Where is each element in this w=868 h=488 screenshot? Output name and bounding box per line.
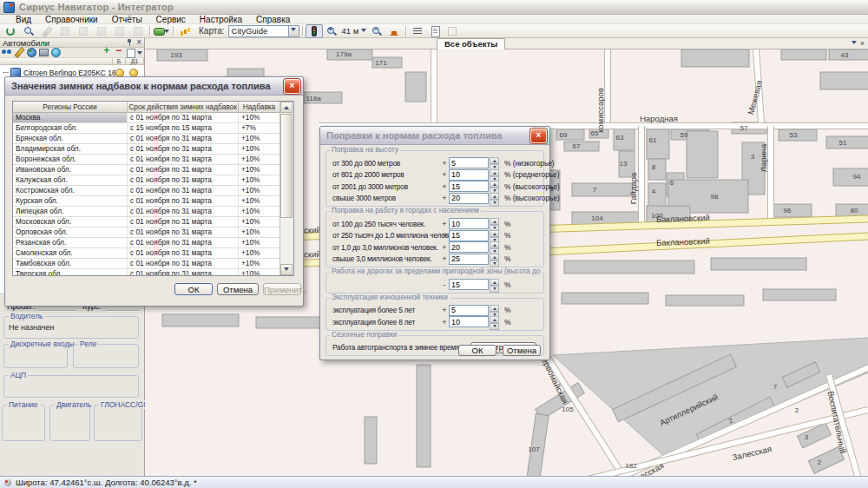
column-header-b[interactable]: Б xyxy=(113,58,126,65)
spin-down-icon[interactable] xyxy=(490,286,499,293)
scroll-up-icon[interactable] xyxy=(280,102,293,113)
table-row[interactable]: Калужская обл.с 01 ноября по 31 марта+10… xyxy=(13,175,280,186)
table-row[interactable]: Костромская обл.с 01 ноября по 31 марта+… xyxy=(13,186,280,196)
list-button[interactable] xyxy=(409,24,426,38)
combo-dropdown-button[interactable] xyxy=(288,26,299,36)
ok-button[interactable]: ОК xyxy=(174,283,213,295)
ph-button[interactable] xyxy=(129,24,147,38)
ph-button[interactable] xyxy=(93,24,110,38)
close-icon[interactable] xyxy=(284,79,300,94)
menu-item[interactable]: Справочники xyxy=(38,15,105,24)
zoom-out-button[interactable]: − xyxy=(368,24,385,38)
report-button[interactable] xyxy=(426,24,444,38)
spinner[interactable] xyxy=(490,193,499,204)
route-button[interactable] xyxy=(153,24,170,38)
map-source-combobox[interactable]: CityGuide xyxy=(228,25,299,37)
menu-item[interactable]: Вид xyxy=(9,15,38,24)
spin-up-icon[interactable] xyxy=(490,241,499,248)
column-header-name[interactable] xyxy=(0,58,113,65)
column-regions[interactable]: Регионы России xyxy=(13,102,128,113)
close-icon[interactable] xyxy=(530,129,547,143)
spinner[interactable] xyxy=(490,218,499,229)
table-row[interactable]: Липецкая обл.с 01 ноября по 31 марта+10% xyxy=(13,207,280,217)
value-input[interactable] xyxy=(449,279,489,290)
table-row[interactable]: Воронежская обл.с 01 ноября по 31 марта+… xyxy=(13,155,280,165)
spinner[interactable] xyxy=(490,305,499,316)
pin-icon[interactable] xyxy=(126,38,133,47)
table-scrollbar[interactable] xyxy=(279,102,293,275)
remove-vehicle-button[interactable] xyxy=(115,47,125,59)
value-input[interactable] xyxy=(449,316,489,327)
column-header-d1[interactable]: Д1 xyxy=(126,58,144,65)
spinner[interactable] xyxy=(490,230,499,241)
spinner[interactable] xyxy=(490,254,499,265)
cancel-button[interactable]: Отмена xyxy=(503,345,541,356)
table-row[interactable]: Тамбовская обл.с 01 ноября по 31 марта+1… xyxy=(13,259,280,269)
value-input[interactable] xyxy=(449,169,489,181)
spin-up-icon[interactable] xyxy=(490,193,499,200)
spin-up-icon[interactable] xyxy=(490,169,499,176)
apply-button[interactable]: Применить xyxy=(263,283,301,295)
value-input[interactable] xyxy=(449,193,489,204)
table-row[interactable]: Смоленская обл.с 01 ноября по 31 марта+1… xyxy=(13,248,280,259)
dialog-titlebar[interactable]: Поправки к нормам расхода топлива xyxy=(320,127,549,145)
table-row[interactable]: Ивановская обл.с 01 ноября по 31 марта+1… xyxy=(13,165,280,175)
window-titlebar[interactable]: Сириус Навигатор - Интегратор xyxy=(0,0,868,15)
spin-up-icon[interactable] xyxy=(490,230,499,237)
spinner[interactable] xyxy=(490,157,499,168)
zoom-in-button[interactable]: + xyxy=(323,24,340,38)
table-row[interactable]: Тверская обл.с 01 ноября по 31 марта+10% xyxy=(13,269,280,275)
tab-close-icon[interactable]: × xyxy=(860,39,865,48)
spin-up-icon[interactable] xyxy=(490,157,499,164)
scroll-down-icon[interactable] xyxy=(280,264,293,275)
panel-close-icon[interactable]: × xyxy=(136,38,141,47)
value-input[interactable] xyxy=(449,218,489,229)
value-input[interactable] xyxy=(449,241,489,253)
spin-up-icon[interactable] xyxy=(490,181,499,188)
ph-button[interactable] xyxy=(111,24,128,38)
table-row[interactable]: Москвас 01 ноября по 31 марта+10% xyxy=(13,113,280,123)
value-input[interactable] xyxy=(449,230,489,241)
traffic-button[interactable] xyxy=(306,24,323,38)
spin-up-icon[interactable] xyxy=(490,279,499,286)
spin-up-icon[interactable] xyxy=(490,218,499,225)
spin-up-icon[interactable] xyxy=(490,316,499,323)
add-vehicle-button[interactable] xyxy=(102,47,113,59)
scale-combobox[interactable]: 41 м xyxy=(342,26,367,36)
tab-all-objects[interactable]: Все объекты xyxy=(437,38,505,49)
menu-item[interactable]: Отчёты xyxy=(105,15,149,24)
value-input[interactable] xyxy=(449,305,489,316)
table-row[interactable]: Брянская обл.с 01 ноября по 31 марта+10% xyxy=(13,134,280,144)
ph-button[interactable] xyxy=(75,24,92,38)
home-button[interactable] xyxy=(385,24,403,38)
value-input[interactable] xyxy=(449,157,489,168)
spinner[interactable] xyxy=(490,316,499,327)
ok-button[interactable]: ОК xyxy=(458,345,496,356)
value-input[interactable] xyxy=(449,181,489,192)
column-surcharge[interactable]: Надбавка xyxy=(239,102,280,113)
table-row[interactable]: Рязанская обл.с 01 ноября по 31 марта+10… xyxy=(13,238,280,248)
value-input[interactable] xyxy=(449,254,489,265)
globe-button[interactable] xyxy=(26,47,36,59)
column-period[interactable]: Срок действия зимних надбавок xyxy=(128,102,239,113)
layout-combo-button[interactable] xyxy=(127,48,142,58)
monitor-button[interactable] xyxy=(38,47,49,59)
pencil-y-button[interactable] xyxy=(14,47,24,59)
spin-down-icon[interactable] xyxy=(490,260,499,267)
cancel-button[interactable]: Отмена xyxy=(217,283,259,295)
pencil-y-button[interactable] xyxy=(38,24,56,38)
spinner[interactable] xyxy=(490,181,499,192)
spin-up-icon[interactable] xyxy=(490,254,499,260)
table-row[interactable]: Владимирская обл.с 01 ноября по 31 марта… xyxy=(13,144,280,155)
table-row[interactable]: Московская обл.с 01 ноября по 31 марта+1… xyxy=(13,217,280,228)
globe2-button[interactable] xyxy=(50,47,61,59)
tab-scroll-icon[interactable] xyxy=(852,41,857,47)
dialog-titlebar[interactable]: Значения зимних надбавок к нормам расход… xyxy=(5,77,303,96)
spin-up-icon[interactable] xyxy=(490,305,499,312)
chart-button[interactable] xyxy=(176,24,194,38)
spinner[interactable] xyxy=(490,279,499,290)
spinner[interactable] xyxy=(490,169,499,181)
binoc-button[interactable] xyxy=(2,47,12,59)
table-row[interactable]: Белгородская обл.с 15 ноября по 15 марта… xyxy=(13,123,280,134)
spin-down-icon[interactable] xyxy=(490,323,499,330)
